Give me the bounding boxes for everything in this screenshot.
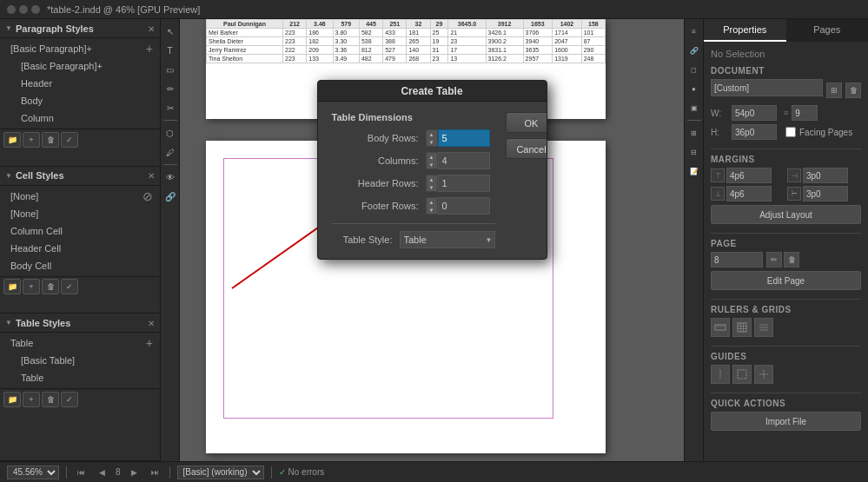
page-count-input[interactable] (792, 105, 818, 121)
ts-new-btn[interactable]: + (23, 392, 40, 407)
pen-tool[interactable]: ✏ (162, 80, 179, 97)
footer-rows-up[interactable]: ▲ (427, 198, 437, 206)
header-rows-up[interactable]: ▲ (427, 175, 437, 183)
header-rows-spinner[interactable]: ▲ ▼ (426, 175, 438, 192)
ok-button[interactable]: OK (506, 112, 547, 133)
margin-bottom-input[interactable] (726, 186, 772, 201)
paragraph-style-column[interactable]: Column (0, 109, 160, 127)
body-rows-spinner[interactable]: ▲ ▼ (426, 129, 438, 147)
select-tool[interactable]: ↖ (162, 23, 179, 40)
maximize-dot[interactable] (31, 5, 40, 14)
rt-notes-icon[interactable]: 📝 (686, 162, 703, 180)
doc-btn1[interactable]: ⊞ (826, 83, 842, 98)
ts-apply-btn[interactable]: ✓ (61, 392, 78, 407)
table-style-table[interactable]: Table + (0, 334, 160, 352)
page-first-btn[interactable]: ⏮ (74, 465, 88, 479)
rt-align-icon[interactable]: ⊞ (686, 124, 703, 142)
doc-btn2[interactable]: 🗑 (845, 83, 861, 98)
paragraph-style-basic-plus[interactable]: [Basic Paragraph]+ + (0, 40, 160, 57)
zoom-select[interactable]: 45.56% (7, 465, 59, 479)
rectangle-tool[interactable]: ▭ (162, 61, 179, 78)
page-next-btn[interactable]: ▶ (128, 465, 142, 479)
profile-select[interactable]: [Basic] (working) (177, 465, 264, 479)
paragraph-style-add-icon[interactable]: + (146, 42, 153, 56)
margin-left-input[interactable] (803, 186, 848, 201)
guide-icon3[interactable] (754, 365, 773, 384)
page-select[interactable]: 8 (711, 252, 763, 267)
rt-stroke-icon[interactable]: ◻ (686, 61, 703, 78)
paragraph-style-body[interactable]: Body (0, 92, 160, 109)
cell-style-body[interactable]: Body Cell (0, 257, 160, 274)
cs-new-group-btn[interactable]: 📁 (3, 279, 21, 294)
cell-styles-close-icon[interactable]: ✕ (148, 171, 155, 181)
table-styles-header[interactable]: ▼ Table Styles ✕ (0, 314, 160, 333)
table-style-table2[interactable]: Table (0, 369, 160, 386)
height-input[interactable] (732, 124, 777, 140)
body-rows-up[interactable]: ▲ (427, 130, 437, 138)
footer-rows-input[interactable] (438, 197, 490, 215)
body-rows-input[interactable] (438, 129, 490, 147)
table-styles-close-icon[interactable]: ✕ (148, 318, 155, 327)
table-style-basic[interactable]: [Basic Table] (0, 352, 160, 369)
grid-icon[interactable] (732, 318, 752, 337)
cs-delete-btn[interactable]: 🗑 (42, 279, 59, 294)
edit-page-btn[interactable]: Edit Page (711, 271, 861, 290)
page-prev-btn[interactable]: ◀ (95, 465, 109, 479)
table-style-add-icon[interactable]: + (146, 336, 153, 350)
cell-style-none2[interactable]: [None] (0, 205, 160, 222)
rt-gradient-icon[interactable]: ▣ (686, 99, 703, 116)
header-rows-down[interactable]: ▼ (427, 183, 437, 191)
paragraph-styles-close-icon[interactable]: ✕ (148, 23, 155, 33)
tab-properties[interactable]: Properties (704, 19, 786, 42)
import-file-btn[interactable]: Import File (711, 412, 861, 431)
cell-style-none[interactable]: [None] ⊘ (0, 188, 160, 205)
ps-apply-btn[interactable]: ✓ (61, 132, 78, 148)
rt-properties-icon[interactable]: ≡ (686, 23, 703, 40)
footer-rows-down[interactable]: ▼ (427, 206, 437, 214)
ruler-icon[interactable] (711, 318, 730, 337)
facing-pages-checkbox[interactable] (785, 127, 796, 137)
tab-pages[interactable]: Pages (786, 19, 869, 42)
body-rows-down[interactable]: ▼ (427, 138, 437, 146)
cs-apply-btn[interactable]: ✓ (61, 279, 78, 294)
ts-new-group-btn[interactable]: 📁 (3, 392, 21, 407)
page-last-btn[interactable]: ⏭ (149, 465, 162, 479)
ps-delete-btn[interactable]: 🗑 (42, 132, 59, 148)
cs-new-btn[interactable]: + (23, 279, 40, 294)
width-input[interactable] (732, 105, 777, 121)
paragraph-styles-header[interactable]: ▼ Paragraph Styles ✕ (0, 19, 160, 38)
document-dropdown[interactable]: [Custom] (711, 79, 823, 96)
adjust-layout-btn[interactable]: Adjust Layout (711, 205, 861, 224)
rt-table-icon[interactable]: ⊟ (686, 143, 703, 161)
pencil-tool[interactable]: 🖊 (162, 143, 179, 161)
rt-color-icon[interactable]: ● (686, 80, 703, 97)
window-controls[interactable] (7, 5, 40, 14)
close-dot[interactable] (7, 5, 16, 14)
cancel-button[interactable]: Cancel (506, 138, 547, 159)
margin-top-input[interactable] (726, 168, 772, 183)
cell-styles-header[interactable]: ▼ Cell Styles ✕ (0, 167, 160, 186)
cell-style-column[interactable]: Column Cell (0, 222, 160, 240)
paragraph-style-basic-plus-indent[interactable]: [Basic Paragraph]+ (0, 57, 160, 75)
footer-rows-spinner[interactable]: ▲ ▼ (426, 197, 438, 215)
columns-input[interactable] (438, 152, 490, 169)
guide-icon1[interactable] (711, 365, 730, 384)
minimize-dot[interactable] (19, 5, 28, 14)
preview-tool[interactable]: 👁 (162, 168, 179, 186)
cell-style-header[interactable]: Header Cell (0, 240, 160, 257)
type-tool[interactable]: T (162, 42, 179, 59)
scissor-tool[interactable]: ✂ (162, 99, 179, 116)
columns-up[interactable]: ▲ (427, 153, 437, 161)
shape-tool[interactable]: ⬡ (162, 124, 179, 142)
ps-new-group-btn[interactable]: 📁 (3, 132, 21, 148)
columns-spinner[interactable]: ▲ ▼ (426, 152, 438, 169)
ts-delete-btn[interactable]: 🗑 (42, 392, 59, 407)
columns-down[interactable]: ▼ (427, 161, 437, 168)
header-rows-input[interactable] (438, 175, 490, 192)
margin-right-input[interactable] (803, 168, 848, 183)
guide-icon2[interactable] (732, 365, 752, 384)
paragraph-style-header[interactable]: Header (0, 75, 160, 92)
ps-new-btn[interactable]: + (23, 132, 40, 148)
table-style-select[interactable]: Table [Basic Table] (400, 231, 495, 248)
page-delete-icon[interactable]: 🗑 (784, 252, 799, 267)
